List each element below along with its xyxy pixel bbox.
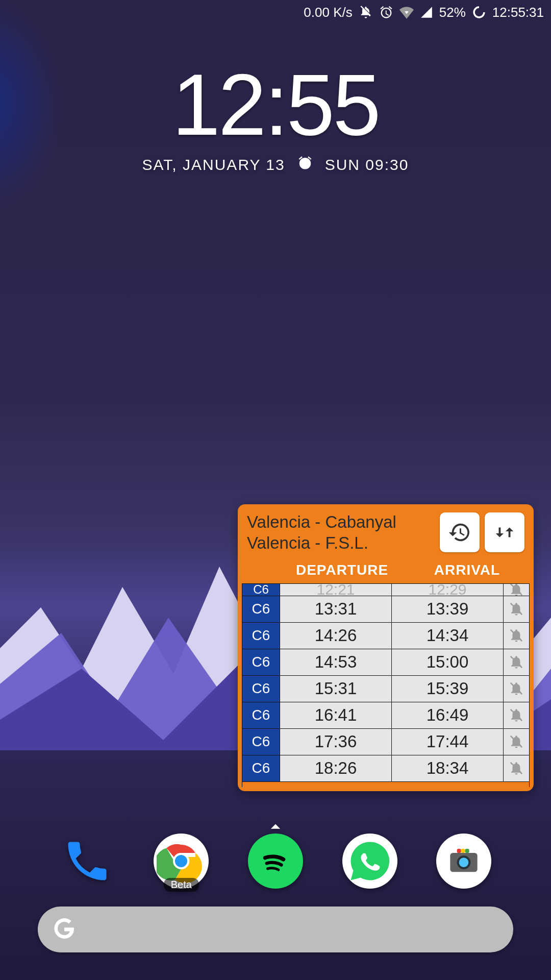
svg-rect-18 <box>461 849 465 853</box>
cell-signal-icon <box>420 6 433 19</box>
chrome-beta-badge: Beta <box>164 878 199 892</box>
loading-ring-icon <box>472 5 486 19</box>
train-departure-time: 15:31 <box>280 676 392 702</box>
train-row[interactable]: C614:2614:34 <box>242 623 529 649</box>
train-departure-time: 18:26 <box>280 755 392 781</box>
clock-date: SAT, JANUARY 13 <box>142 156 285 174</box>
train-arrival-time: 17:44 <box>392 729 504 755</box>
spotify-app[interactable] <box>248 834 303 889</box>
train-alarm-toggle[interactable] <box>504 755 529 781</box>
google-g-icon <box>52 916 77 943</box>
train-row[interactable]: C614:5315:00 <box>242 649 529 676</box>
train-line-badge: C6 <box>242 729 280 755</box>
camera-icon <box>447 845 480 877</box>
dock: Beta <box>0 828 551 894</box>
train-departure-time: 13:31 <box>280 596 392 622</box>
train-row[interactable]: C616:4116:49 <box>242 702 529 729</box>
train-destination: Valencia - F.S.L. <box>247 532 435 553</box>
col-arrival-label: ARRIVAL <box>405 562 530 578</box>
svg-point-16 <box>459 857 469 867</box>
phone-icon <box>62 836 113 887</box>
refresh-button[interactable] <box>440 512 480 552</box>
train-line-badge: C6 <box>242 596 280 622</box>
train-arrival-time: 16:49 <box>392 702 504 728</box>
train-departure-time: 16:41 <box>280 702 392 728</box>
train-arrival-time: 12:29 <box>392 584 504 596</box>
col-departure-label: DEPARTURE <box>280 562 405 578</box>
wifi-icon <box>399 5 414 19</box>
train-departure-time: 14:53 <box>280 649 392 675</box>
train-alarm-toggle[interactable] <box>504 649 529 675</box>
train-origin: Valencia - Cabanyal <box>247 511 435 532</box>
train-rows[interactable]: C612:2112:29C613:3113:39C614:2614:34C614… <box>242 583 530 788</box>
train-widget-header: Valencia - Cabanyal Valencia - F.S.L. <box>242 508 530 559</box>
spotify-icon <box>258 843 293 879</box>
status-battery-pct: 52% <box>439 5 466 20</box>
status-bar: 0.00 K/s 52% 12:55:31 <box>0 0 551 24</box>
alarm-set-icon <box>379 5 393 19</box>
train-line-badge: C6 <box>242 623 280 649</box>
train-arrival-time: 13:39 <box>392 596 504 622</box>
train-widget[interactable]: Valencia - Cabanyal Valencia - F.S.L. DE… <box>238 504 534 791</box>
train-departure-time: 17:36 <box>280 729 392 755</box>
train-arrival-time: 14:34 <box>392 623 504 649</box>
train-departure-time: 12:21 <box>280 584 392 596</box>
status-net-speed: 0.00 K/s <box>304 5 352 20</box>
swap-direction-button[interactable] <box>485 512 524 552</box>
clock-widget[interactable]: 12:55 SAT, JANUARY 13 SUN 09:30 <box>0 61 551 174</box>
train-arrival-time: 15:39 <box>392 676 504 702</box>
chrome-app[interactable]: Beta <box>154 834 209 889</box>
train-line-badge: C6 <box>242 584 280 596</box>
train-departure-time: 14:26 <box>280 623 392 649</box>
train-column-header: DEPARTURE ARRIVAL <box>242 559 530 583</box>
google-search-bar[interactable] <box>38 906 513 952</box>
train-arrival-time: 18:34 <box>392 755 504 781</box>
alarm-icon <box>297 155 313 174</box>
train-row[interactable]: C613:3113:39 <box>242 596 529 623</box>
train-line-badge: C6 <box>242 702 280 728</box>
clock-next-alarm: SUN 09:30 <box>325 156 409 174</box>
train-row[interactable]: C617:3617:44 <box>242 729 529 755</box>
train-row[interactable]: C615:3115:39 <box>242 676 529 702</box>
train-row[interactable]: C618:2618:34 <box>242 755 529 782</box>
history-icon <box>448 521 471 544</box>
train-route-title: Valencia - Cabanyal Valencia - F.S.L. <box>247 511 435 554</box>
notifications-muted-icon <box>359 5 373 19</box>
train-alarm-toggle[interactable] <box>504 623 529 649</box>
train-alarm-toggle[interactable] <box>504 729 529 755</box>
svg-rect-17 <box>457 849 461 853</box>
train-row[interactable]: C612:2112:29 <box>242 584 529 596</box>
clock-time: 12:55 <box>172 61 379 148</box>
train-line-badge: C6 <box>242 755 280 781</box>
phone-app[interactable] <box>60 834 115 889</box>
svg-rect-19 <box>465 849 469 853</box>
train-alarm-toggle[interactable] <box>504 596 529 622</box>
train-alarm-toggle[interactable] <box>504 584 529 596</box>
train-arrival-time: 15:00 <box>392 649 504 675</box>
swap-icon <box>493 521 516 544</box>
train-alarm-toggle[interactable] <box>504 702 529 728</box>
status-time: 12:55:31 <box>492 5 544 20</box>
train-line-badge: C6 <box>242 649 280 675</box>
whatsapp-app[interactable] <box>342 834 397 889</box>
whatsapp-icon <box>347 838 393 884</box>
train-alarm-toggle[interactable] <box>504 676 529 702</box>
train-line-badge: C6 <box>242 676 280 702</box>
camera-app[interactable] <box>436 834 491 889</box>
